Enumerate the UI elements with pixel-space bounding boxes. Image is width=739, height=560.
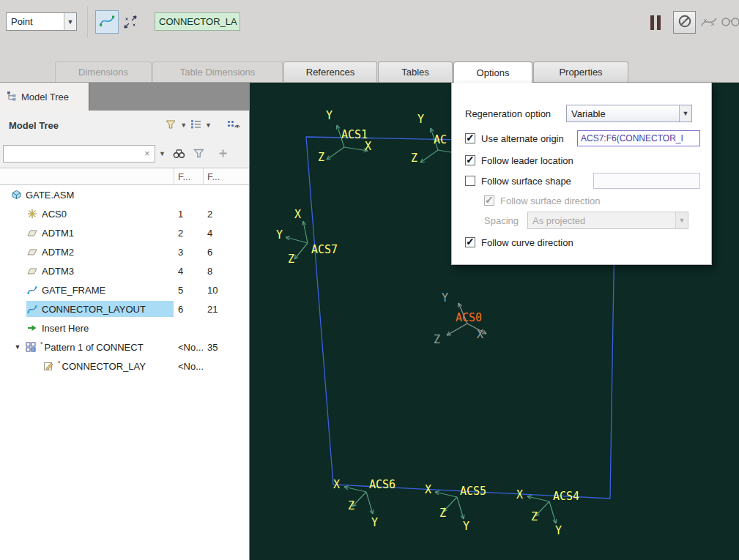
modified-marker: * xyxy=(40,340,43,348)
follow-leader-location-label: Follow leader location xyxy=(481,155,573,166)
tree-columns-icon[interactable] xyxy=(190,119,201,131)
csys-acs7[interactable]: XYZACS7 xyxy=(276,208,338,266)
tab-properties[interactable]: Properties xyxy=(533,61,628,82)
tree-row-adtm2[interactable]: ADTM236 xyxy=(0,242,249,261)
chevron-down-icon: ▼ xyxy=(675,212,688,228)
assembly-icon xyxy=(11,190,22,200)
tree-search-input[interactable] xyxy=(3,145,155,163)
collapse-expander-icon[interactable]: ▼ xyxy=(10,343,25,351)
axis-label: Y xyxy=(417,113,424,126)
use-alternate-origin-checkbox[interactable] xyxy=(465,133,475,143)
tree-item-label: GATE_FRAME xyxy=(42,285,105,296)
chevron-down-icon[interactable]: ▼ xyxy=(64,13,76,30)
tree-row-gate-frame[interactable]: GATE_FRAME510 xyxy=(0,280,249,299)
column-header-1[interactable]: F... xyxy=(178,171,190,182)
tree-item[interactable]: ADTM1 xyxy=(26,225,174,241)
csys-acs1[interactable]: YXZACS1 xyxy=(318,109,371,164)
model-tree-tab[interactable]: Model Tree xyxy=(0,83,89,111)
binoculars-icon[interactable] xyxy=(173,148,185,161)
tab-options[interactable]: Options xyxy=(453,61,532,83)
tree-item[interactable]: Insert Here xyxy=(26,320,174,336)
tree-column-headers: F... F... xyxy=(0,168,249,185)
tab-references[interactable]: References xyxy=(283,61,377,82)
use-alternate-origin-label: Use alternate origin xyxy=(481,133,564,144)
tree-display-toggle-icon[interactable] xyxy=(226,119,240,132)
add-icon[interactable] xyxy=(218,149,228,160)
follow-surface-shape-field[interactable] xyxy=(593,173,700,189)
tree-row-adtm1[interactable]: ADTM124 xyxy=(0,223,249,242)
chevron-down-icon[interactable]: ▼ xyxy=(159,150,166,157)
axis-label: Z xyxy=(348,499,354,512)
axis-label: Z xyxy=(531,510,538,523)
column-header-2[interactable]: F... xyxy=(207,171,220,182)
reference-collector-field[interactable]: CONNECTOR_LA xyxy=(155,12,240,31)
use-alternate-origin-field[interactable]: ACS7:F6(CONNECTOR_I xyxy=(577,130,700,146)
axis-label: Y xyxy=(276,228,283,242)
tree-col2-value: 35 xyxy=(203,342,249,353)
collector-value: CONNECTOR_LA xyxy=(159,16,237,27)
tree-filters-icon[interactable] xyxy=(165,119,177,132)
regeneration-option-label: Regeneration option xyxy=(465,108,551,119)
tab-label: Properties xyxy=(559,67,602,78)
csys-acs0[interactable]: YXZACS0 xyxy=(434,291,486,346)
eyeglasses-icon[interactable] xyxy=(721,15,739,31)
tree-item[interactable]: GATE.ASM xyxy=(10,187,174,203)
tab-tables[interactable]: Tables xyxy=(378,61,453,82)
follow-curve-direction-checkbox[interactable] xyxy=(465,237,475,247)
insert-here-icon xyxy=(27,323,38,333)
tree-item[interactable]: GATE_FRAME xyxy=(26,282,174,298)
tree-row-gate-asm[interactable]: GATE.ASM xyxy=(0,185,249,204)
axis-label: Y xyxy=(555,524,562,537)
tab-label: Dimensions xyxy=(78,67,128,78)
filter-icon[interactable] xyxy=(193,149,204,160)
axis-label: Z xyxy=(318,151,324,164)
tab-table-dimensions: Table Dimensions xyxy=(152,61,283,82)
csys-icon xyxy=(27,209,38,219)
point-type-dropdown[interactable]: Point ▼ xyxy=(6,12,77,31)
column-divider xyxy=(203,168,204,184)
cancel-button[interactable] xyxy=(673,11,696,34)
tree-col1-value: <No... xyxy=(174,361,203,372)
tree-row-adtm3[interactable]: ADTM348 xyxy=(0,261,249,280)
tree-row-connector-layout[interactable]: CONNECTOR_LAYOUT621 xyxy=(0,299,249,318)
pause-button[interactable] xyxy=(647,14,664,33)
follow-leader-location-checkbox[interactable] xyxy=(465,155,475,165)
chevron-down-icon[interactable]: ▼ xyxy=(180,122,187,129)
csys-name-label: ACS6 xyxy=(369,478,396,491)
chevron-down-icon[interactable]: ▼ xyxy=(679,105,691,122)
tree-row-connector-lay[interactable]: *CONNECTOR_LAY<No... xyxy=(0,356,249,376)
model-tree-panel: Model Tree Model Tree ▼ ▼ xyxy=(0,83,250,560)
tree-item[interactable]: CONNECTOR_LAYOUT xyxy=(26,301,174,317)
curve-icon xyxy=(27,285,38,295)
axis-label: X xyxy=(477,328,483,341)
tree-item[interactable]: *Pattern 1 of CONNECT xyxy=(25,339,174,355)
tree-item[interactable]: ADTM3 xyxy=(26,263,174,279)
regeneration-option-dropdown[interactable]: Variable▼ xyxy=(566,105,692,122)
option-row-follow-curve-direction: Follow curve direction xyxy=(452,231,711,254)
spline-points-button[interactable] xyxy=(95,10,119,34)
datum-curve-icon[interactable] xyxy=(699,14,718,32)
tree-row-pattern-1-of-connect[interactable]: ▼*Pattern 1 of CONNECT<No...35 xyxy=(0,337,249,356)
tree-row-acs0[interactable]: ACS012 xyxy=(0,204,249,223)
axis-label: X xyxy=(425,483,431,496)
tree-row-insert-here[interactable]: Insert Here xyxy=(0,318,249,337)
tree-item-label: CONNECTOR_LAYOUT xyxy=(42,304,146,315)
tree-item[interactable]: ADTM2 xyxy=(26,244,174,260)
tree-item[interactable]: *CONNECTOR_LAY xyxy=(42,358,174,374)
tree-row-cell: GATE_FRAME xyxy=(0,280,174,299)
follow-surface-shape-checkbox[interactable] xyxy=(465,176,475,186)
tree-item[interactable]: ACS0 xyxy=(26,206,174,222)
clear-search-icon[interactable]: × xyxy=(144,147,150,160)
follow-surface-direction-label: Follow surface direction xyxy=(500,195,601,206)
flip-arrows-icon[interactable] xyxy=(122,13,139,31)
csys-name-label: AC xyxy=(434,133,447,146)
csys-name-label: ACS4 xyxy=(553,490,579,503)
tree-row-cell: Insert Here xyxy=(0,318,174,337)
tree-col1-value: 5 xyxy=(174,285,203,296)
tree-col2-value: 6 xyxy=(203,247,249,258)
pattern-icon xyxy=(26,342,37,352)
tree-row-cell: ADTM3 xyxy=(0,261,174,280)
chevron-down-icon[interactable]: ▼ xyxy=(205,122,212,129)
no-entry-icon xyxy=(677,14,692,31)
tree-item-label: ADTM1 xyxy=(42,228,74,239)
